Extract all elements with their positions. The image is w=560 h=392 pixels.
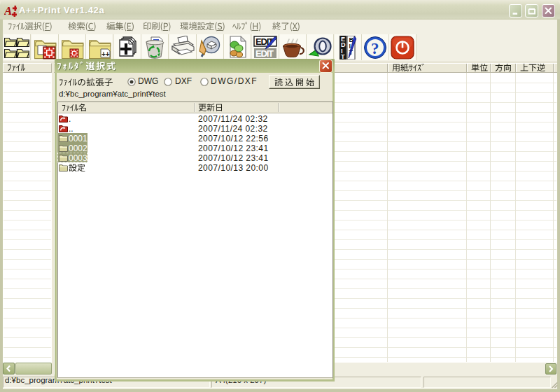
svg-text:A: A: [4, 4, 12, 17]
svg-text:T: T: [341, 53, 345, 59]
svg-text:++: ++: [102, 50, 110, 58]
svg-text:EDIT: EDIT: [255, 48, 274, 59]
svg-text:?: ?: [371, 40, 379, 57]
